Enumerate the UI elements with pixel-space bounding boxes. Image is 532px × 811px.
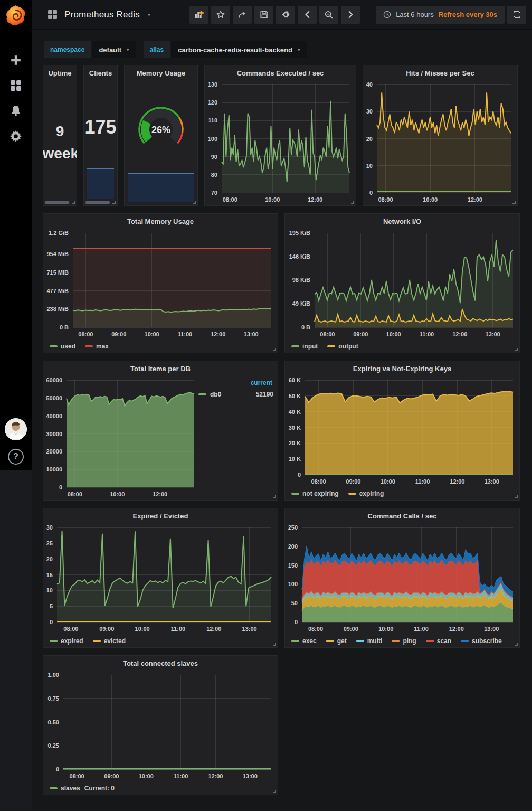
svg-text:09:00: 09:00 bbox=[346, 478, 360, 485]
legend-item[interactable]: expired bbox=[50, 637, 83, 645]
legend-item[interactable]: db052190 bbox=[198, 391, 273, 398]
legend-item[interactable]: expiring bbox=[348, 490, 384, 497]
variable-namespace-value[interactable]: default▾ bbox=[92, 41, 136, 58]
panel-command-calls: Command Calls / sec 05010015020025008:00… bbox=[284, 508, 520, 648]
resize-handle[interactable] bbox=[515, 495, 518, 498]
panel-title[interactable]: Network I/O bbox=[285, 214, 519, 228]
resize-handle[interactable] bbox=[351, 201, 354, 204]
variable-namespace: namespace default▾ bbox=[44, 41, 136, 58]
svg-text:10000: 10000 bbox=[46, 466, 62, 473]
refresh-button[interactable] bbox=[507, 6, 526, 24]
chart-hits-misses[interactable]: 01020304008:0010:0012:00 bbox=[363, 79, 517, 205]
panel-title[interactable]: Expiring vs Not-Expiring Keys bbox=[285, 361, 519, 375]
add-panel-button[interactable] bbox=[189, 6, 208, 24]
svg-text:715 MiB: 715 MiB bbox=[46, 269, 69, 276]
resize-handle[interactable] bbox=[512, 201, 516, 204]
legend-item[interactable]: slavesCurrent: 0 bbox=[50, 785, 115, 792]
svg-text:12:00: 12:00 bbox=[153, 491, 167, 497]
legend-item[interactable]: get bbox=[326, 637, 347, 645]
horizontal-scrollbar[interactable] bbox=[44, 201, 70, 204]
zoom-out-button[interactable] bbox=[319, 6, 338, 24]
legend-item[interactable]: not expiring bbox=[291, 490, 339, 497]
add-icon[interactable] bbox=[10, 54, 22, 67]
resize-handle[interactable] bbox=[273, 643, 276, 646]
svg-text:10:00: 10:00 bbox=[381, 478, 395, 485]
legend-item[interactable]: output bbox=[327, 343, 358, 350]
resize-handle[interactable] bbox=[515, 348, 518, 351]
chart-command-calls[interactable]: 05010015020025008:0009:0010:0011:0012:00… bbox=[285, 522, 519, 635]
legend-item[interactable]: ping bbox=[392, 637, 416, 645]
star-button[interactable] bbox=[211, 6, 230, 24]
legend-item[interactable]: multi bbox=[356, 637, 383, 645]
user-avatar[interactable] bbox=[5, 418, 27, 440]
dashboard-title: Prometheus Redis bbox=[64, 10, 140, 20]
variable-namespace-label: namespace bbox=[44, 41, 91, 58]
save-button[interactable] bbox=[254, 6, 273, 24]
resize-handle[interactable] bbox=[72, 201, 75, 204]
legend-item[interactable]: input bbox=[291, 343, 318, 350]
svg-text:20: 20 bbox=[366, 136, 373, 142]
panel-title[interactable]: Total connected slaves bbox=[43, 656, 278, 669]
time-range-picker[interactable]: Last 6 hours Refresh every 30s bbox=[376, 6, 505, 24]
resize-handle[interactable] bbox=[515, 643, 518, 646]
settings-gear-icon[interactable] bbox=[10, 130, 22, 143]
legend-item[interactable]: max bbox=[85, 343, 109, 350]
series-swatch bbox=[50, 640, 58, 642]
legend: expiredevicted bbox=[43, 635, 278, 647]
svg-text:08:00: 08:00 bbox=[378, 196, 393, 203]
chevron-down-icon: ▾ bbox=[127, 47, 129, 52]
svg-text:60000: 60000 bbox=[46, 377, 62, 383]
resize-handle[interactable] bbox=[112, 201, 116, 204]
chart-expired-evicted[interactable]: 05101520253008:0009:0010:0011:0012:0013:… bbox=[43, 522, 278, 635]
time-forward-button[interactable] bbox=[341, 6, 360, 24]
svg-text:10:00: 10:00 bbox=[378, 626, 393, 632]
variable-alias-value[interactable]: carbon-cache-redis-result-backend▾ bbox=[171, 41, 307, 58]
svg-text:70: 70 bbox=[211, 190, 217, 196]
chart-connected-slaves[interactable]: 00.250.500.751.0008:0009:0010:0011:0012:… bbox=[43, 669, 278, 782]
resize-handle[interactable] bbox=[193, 201, 196, 204]
uptime-value: 9 weeks bbox=[43, 120, 77, 165]
panel-title[interactable]: Clients bbox=[84, 65, 117, 79]
panel-title[interactable]: Memory Usage bbox=[125, 65, 197, 79]
series-swatch bbox=[85, 345, 93, 347]
share-button[interactable] bbox=[233, 6, 252, 24]
chart-total-memory[interactable]: 0 B238 MiB477 MiB715 MiB954 MiB1.2 GiB08… bbox=[43, 228, 278, 340]
legend-item[interactable]: used bbox=[50, 343, 75, 350]
grafana-logo-icon[interactable] bbox=[5, 4, 27, 26]
chart-commands-executed[interactable]: 70809010011012013008:0010:0012:00 bbox=[205, 79, 356, 205]
resize-handle[interactable] bbox=[273, 495, 276, 498]
svg-text:50000: 50000 bbox=[46, 395, 62, 401]
series-swatch bbox=[348, 493, 356, 495]
panel-title[interactable]: Hits / Misses per Sec bbox=[363, 65, 517, 79]
svg-text:10 K: 10 K bbox=[289, 456, 301, 462]
svg-text:25: 25 bbox=[46, 540, 53, 546]
alerting-bell-icon[interactable] bbox=[10, 105, 22, 117]
panel-title[interactable]: Total Items per DB bbox=[43, 361, 278, 375]
help-icon[interactable]: ? bbox=[8, 449, 24, 465]
chart-network-io[interactable]: 0 B49 KiB98 KiB146 KiB195 KiB08:0009:001… bbox=[285, 228, 519, 340]
variable-alias-label: alias bbox=[144, 41, 170, 58]
panel-title[interactable]: Total Memory Usage bbox=[43, 214, 278, 228]
legend-item[interactable]: evicted bbox=[93, 637, 126, 645]
panel-title[interactable]: Uptime bbox=[43, 65, 77, 79]
time-back-button[interactable] bbox=[298, 6, 317, 24]
svg-text:08:00: 08:00 bbox=[68, 491, 82, 497]
chart-expiring-keys[interactable]: 010 K20 K30 K40 K50 K60 K08:0009:0010:00… bbox=[285, 375, 519, 487]
legend-item[interactable]: subscribe bbox=[461, 637, 502, 645]
grafana-app: ? Prometheus Redis ▾ bbox=[0, 0, 532, 811]
svg-text:1.2 GiB: 1.2 GiB bbox=[49, 230, 69, 236]
panel-title[interactable]: Commands Executed / sec bbox=[205, 65, 356, 79]
horizontal-scrollbar[interactable] bbox=[85, 201, 110, 204]
dashboard-picker[interactable]: Prometheus Redis ▾ bbox=[48, 10, 150, 20]
chevron-down-icon: ▾ bbox=[298, 47, 300, 52]
resize-handle[interactable] bbox=[273, 348, 276, 351]
resize-handle[interactable] bbox=[273, 790, 276, 793]
dashboard-settings-button[interactable] bbox=[276, 6, 295, 24]
chart-total-items[interactable]: 010000200003000040000500006000008:0010:0… bbox=[43, 375, 278, 500]
legend-item[interactable]: exec bbox=[291, 637, 317, 645]
legend-item[interactable]: scan bbox=[426, 637, 451, 645]
svg-text:08:00: 08:00 bbox=[320, 331, 335, 337]
panel-title[interactable]: Command Calls / sec bbox=[285, 508, 519, 522]
panel-title[interactable]: Expired / Evicted bbox=[43, 508, 278, 522]
dashboards-grid-icon[interactable] bbox=[10, 79, 22, 92]
